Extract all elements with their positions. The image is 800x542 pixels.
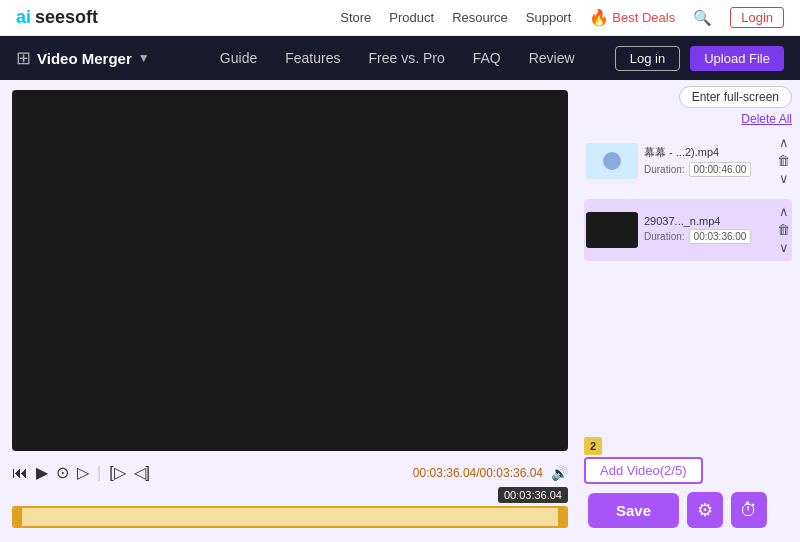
login-button[interactable]: Login [730,7,784,28]
timeline-handle-left[interactable] [14,508,22,526]
fullscreen-button[interactable]: Enter full-screen [679,86,792,108]
logo: aiseesoft [16,7,98,28]
delete-icon-1[interactable]: 🗑 [777,152,790,170]
video-duration-row-1: Duration: 00:00:46.00 [644,162,771,177]
video-name-1: 幕幕 - ...2).mp4 [644,145,771,160]
total-time: /00:03:36.04 [476,466,543,480]
video-item-active: 29037..._n.mp4 Duration: 00:03:36.00 ∧ 🗑… [584,199,792,262]
add-video-area: 2 Add Video(2/5) [584,437,792,484]
delete-icon-2[interactable]: 🗑 [777,221,790,239]
nav-resource[interactable]: Resource [452,10,508,25]
item-actions-1: ∧ 🗑 ∨ [777,134,790,189]
save-button[interactable]: Save [588,493,679,528]
grid-icon: ⊞ [16,47,31,69]
add-video-number: 2 [584,437,602,455]
play-button[interactable]: ▶ [36,463,48,482]
current-time: 00:03:36.04 [413,466,476,480]
nav-guide[interactable]: Guide [220,50,257,66]
video-info-2: 29037..._n.mp4 Duration: 00:03:36.00 [644,215,771,244]
nav-review[interactable]: Review [529,50,575,66]
history-button[interactable]: ⏱ [731,492,767,528]
volume-icon[interactable]: 🔊 [551,465,568,481]
upload-file-button[interactable]: Upload File [690,46,784,71]
app-title: Video Merger [37,50,132,67]
video-list: 幕幕 - ...2).mp4 Duration: 00:00:46.00 ∧ 🗑… [584,130,792,431]
move-down-icon-1[interactable]: ∨ [779,170,789,188]
stop-button[interactable]: ⊙ [56,463,69,482]
move-up-icon-2[interactable]: ∧ [779,203,789,221]
move-down-icon-2[interactable]: ∨ [779,239,789,257]
thumb-circle-1 [603,152,621,170]
sec-login-button[interactable]: Log in [615,46,680,71]
left-panel: ⏮ ▶ ⊙ ▷ | [▷ ◁] 00:03:36.04/00:03:36.04 … [0,80,580,542]
time-display: 00:03:36.04/00:03:36.04 [413,466,543,480]
nav-features[interactable]: Features [285,50,340,66]
move-up-icon-1[interactable]: ∧ [779,134,789,152]
video-item: 幕幕 - ...2).mp4 Duration: 00:00:46.00 ∧ 🗑… [584,130,792,193]
duration-label-2: Duration: [644,231,685,242]
dropdown-icon[interactable]: ▼ [138,51,150,65]
timeline-handle-right[interactable] [558,508,566,526]
clip-start-button[interactable]: [▷ [109,463,125,482]
video-thumbnail-1 [586,143,638,179]
gear-icon: ⚙ [697,499,713,521]
divider: | [97,464,101,482]
sec-nav-links: Guide Features Free vs. Pro FAQ Review [180,50,615,66]
duration-value-1: 00:00:46.00 [689,162,752,177]
nav-store[interactable]: Store [340,10,371,25]
app-logo-area: ⊞ Video Merger ▼ [16,47,150,69]
nav-support[interactable]: Support [526,10,572,25]
item-actions-2: ∧ 🗑 ∨ [777,203,790,258]
top-navigation: aiseesoft Store Product Resource Support… [0,0,800,36]
logo-rest: seesoft [35,7,98,28]
rewind-button[interactable]: ⏮ [12,464,28,482]
bottom-action-row: Save ⚙ ⏱ [584,484,792,532]
search-icon[interactable]: 🔍 [693,9,712,27]
best-deals-label: Best Deals [612,10,675,25]
fullscreen-row: Enter full-screen [584,86,792,108]
logo-ai: ai [16,7,31,28]
video-name-2: 29037..._n.mp4 [644,215,771,227]
video-info-1: 幕幕 - ...2).mp4 Duration: 00:00:46.00 [644,145,771,177]
delete-all-row: Delete All [584,112,792,126]
best-deals-link[interactable]: 🔥 Best Deals [589,8,675,27]
forward-button[interactable]: ▷ [77,463,89,482]
playback-controls: ⏮ ▶ ⊙ ▷ | [▷ ◁] 00:03:36.04/00:03:36.04 … [12,459,568,486]
secondary-navigation: ⊞ Video Merger ▼ Guide Features Free vs.… [0,36,800,80]
main-area: ⏮ ▶ ⊙ ▷ | [▷ ◁] 00:03:36.04/00:03:36.04 … [0,80,800,542]
time-tooltip: 00:03:36.04 [498,487,568,503]
sec-nav-actions: Log in Upload File [615,46,784,71]
settings-button[interactable]: ⚙ [687,492,723,528]
video-thumbnail-2 [586,212,638,248]
duration-value-2: 00:03:36.00 [689,229,752,244]
timeline-container [12,506,568,534]
delete-all-button[interactable]: Delete All [741,112,792,126]
fire-icon: 🔥 [589,8,609,27]
nav-product[interactable]: Product [389,10,434,25]
duration-label-1: Duration: [644,164,685,175]
nav-faq[interactable]: FAQ [473,50,501,66]
add-video-button[interactable]: Add Video(2/5) [584,457,703,484]
video-duration-row-2: Duration: 00:03:36.00 [644,229,771,244]
clock-icon: ⏱ [740,500,758,521]
right-panel: Enter full-screen Delete All 幕幕 - ...2).… [580,80,800,542]
top-nav-links: Store Product Resource Support 🔥 Best De… [340,7,784,28]
video-preview [12,90,568,451]
time-tooltip-row: 00:03:36.04 [12,486,568,504]
clip-end-button[interactable]: ◁] [134,463,150,482]
nav-free-vs-pro[interactable]: Free vs. Pro [368,50,444,66]
timeline-track[interactable] [12,506,568,528]
